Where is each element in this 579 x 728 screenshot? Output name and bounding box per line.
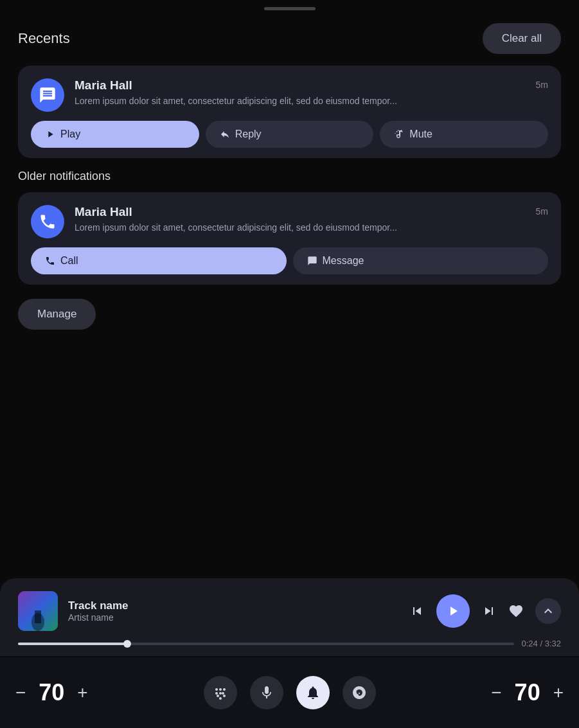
message-label: Message [323,255,364,267]
play-icon [45,129,55,139]
mute-icon [394,129,404,139]
mute-button[interactable]: Mute [380,121,548,148]
progress-thumb [123,640,131,648]
call-label: Call [60,255,78,267]
heart-icon [508,603,524,619]
fan-button[interactable] [343,676,376,709]
favorite-button[interactable] [508,603,524,619]
drag-handle [264,7,316,10]
track-name: Track name [68,599,409,612]
recent-notif-text: Lorem ipsum dolor sit amet, consectetur … [75,95,526,108]
play-button[interactable]: Play [31,121,199,148]
total-time: 3:32 [545,639,561,648]
track-info: Track name Artist name [68,599,409,623]
progress-time: 0:24 / 3:32 [522,639,561,648]
media-top: Track name Artist name [18,591,561,631]
recent-notification-card: Maria Hall Lorem ipsum dolor sit amet, c… [18,66,561,158]
left-volume-control: − 70 + [15,679,88,706]
message-icon [39,86,57,104]
notif-top: Maria Hall Lorem ipsum dolor sit amet, c… [31,78,548,112]
bottom-bar: − 70 + − 70 + [0,657,579,728]
bell-icon [305,685,321,700]
microphone-icon [259,685,274,700]
recent-notif-body: Maria Hall Lorem ipsum dolor sit amet, c… [75,78,526,108]
right-volume-value: 70 [508,679,547,706]
progress-bar-fill [18,643,127,645]
older-notif-body: Maria Hall Lorem ipsum dolor sit amet, c… [75,205,526,235]
recent-notif-actions: Play Reply Mute [31,121,548,148]
call-avatar [31,205,64,238]
older-notification-card: Maria Hall Lorem ipsum dolor sit amet, c… [18,192,561,285]
current-time: 0:24 [522,639,538,648]
message-button[interactable]: Message [293,247,549,274]
play-label: Play [60,129,80,140]
manage-button[interactable]: Manage [18,299,96,330]
top-bar [0,0,579,12]
recents-title: Recents [18,30,70,47]
play-pause-icon [445,603,461,619]
right-volume-plus[interactable]: + [553,682,564,703]
svg-rect-2 [35,610,41,623]
recent-notif-name: Maria Hall [75,78,526,93]
left-volume-plus[interactable]: + [77,682,87,703]
dialpad-icon [213,685,228,700]
recent-notif-time: 5m [536,78,548,90]
album-art [18,591,58,631]
phone-icon [39,213,57,231]
chevron-up-icon [540,603,556,619]
bottom-icons [204,676,376,709]
skip-prev-icon [409,603,425,619]
left-volume-value: 70 [32,679,71,706]
chat-icon [307,256,317,266]
time-separator: / [540,639,544,648]
album-art-svg [18,591,58,631]
play-pause-button[interactable] [436,594,470,628]
reply-icon [220,129,230,139]
recents-header: Recents Clear all [18,23,561,54]
older-notif-actions: Call Message [31,247,548,274]
older-notif-time: 5m [536,205,548,217]
mute-label: Mute [409,129,432,140]
call-icon [45,256,55,266]
call-button[interactable]: Call [31,247,287,274]
microphone-button[interactable] [250,676,283,709]
expand-button[interactable] [535,598,561,624]
skip-next-icon [481,603,497,619]
progress-bar-wrap: 0:24 / 3:32 [18,639,561,648]
progress-bar-track[interactable] [18,643,514,645]
message-avatar [31,78,64,112]
older-notif-name: Maria Hall [75,205,526,219]
fan-icon [352,685,367,700]
reply-button[interactable]: Reply [206,121,374,148]
right-volume-minus[interactable]: − [491,682,501,703]
prev-button[interactable] [409,603,425,619]
next-button[interactable] [481,603,497,619]
artist-name: Artist name [68,612,409,623]
clear-all-button[interactable]: Clear all [483,23,561,54]
media-controls [409,594,561,628]
bell-button[interactable] [296,676,330,709]
older-notif-top: Maria Hall Lorem ipsum dolor sit amet, c… [31,205,548,238]
right-volume-control: − 70 + [491,679,564,706]
reply-label: Reply [235,129,262,140]
left-volume-minus[interactable]: − [15,682,26,703]
dialpad-button[interactable] [204,676,237,709]
main-content: Recents Clear all Maria Hall Lorem ipsum… [0,12,579,330]
older-section-label: Older notifications [18,170,561,183]
older-notif-text: Lorem ipsum dolor sit amet, consectetur … [75,222,526,235]
media-player: Track name Artist name [0,578,579,656]
